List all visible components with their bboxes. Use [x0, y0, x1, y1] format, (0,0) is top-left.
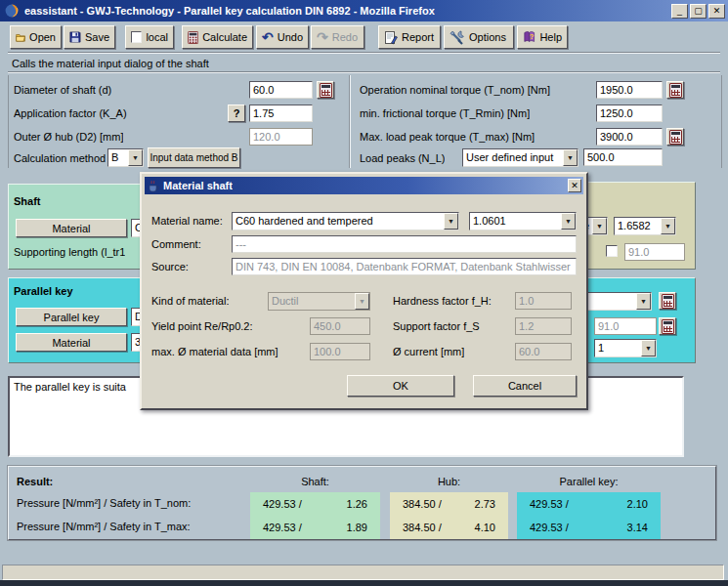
result-cell: 384.50 /4.10	[390, 516, 508, 539]
max-diameter-input: 100.0	[310, 343, 370, 360]
parallel-key-count-select[interactable]: 1 ▼	[594, 339, 657, 357]
options-button[interactable]: Options	[444, 25, 514, 49]
hub-material-number-select[interactable]: 1.6582 ▼	[614, 217, 676, 235]
dialog-close-button[interactable]: ✕	[568, 179, 581, 192]
hardness-factor-input: 1.0	[515, 292, 572, 310]
calculator-mini-icon	[669, 130, 682, 145]
toolbar-separator	[8, 52, 720, 54]
material-number-select[interactable]: 1.0601 ▼	[469, 212, 577, 230]
toolbar: Open Save local Calculate ↶ Undo ↷ Redo …	[0, 21, 728, 53]
ok-button[interactable]: OK	[347, 375, 454, 397]
load-peaks-label: Load peaks (N_L)	[360, 152, 445, 164]
diameter-calculator-button[interactable]	[317, 81, 334, 99]
chevron-down-icon[interactable]: ▼	[641, 340, 656, 356]
input-data-method-button[interactable]: Input data method B	[148, 147, 240, 168]
frictional-torque-input[interactable]: 1250.0	[596, 105, 663, 122]
save-floppy-icon	[69, 30, 81, 44]
calculator-mini-icon	[662, 319, 674, 334]
chevron-down-icon[interactable]: ▼	[561, 213, 576, 230]
report-button[interactable]: Report	[378, 25, 441, 49]
frictional-torque-label: min. frictional torque (T_Rmin) [Nm]	[360, 107, 530, 119]
chevron-down-icon[interactable]: ▼	[563, 149, 578, 166]
diameter-label: Diameter of shaft (d)	[14, 84, 111, 96]
result-row-label: Pressure [N/mm²] / Safety in T_nom:	[17, 497, 191, 509]
status-bar	[2, 565, 724, 580]
close-button[interactable]: ✕	[708, 4, 725, 19]
comment-label: Comment:	[151, 238, 201, 250]
peak-torque-input[interactable]: 3900.0	[596, 128, 663, 146]
help-button[interactable]: ? Help	[517, 25, 568, 49]
result-row-label: Pressure [N/mm²] / Safety in T_max:	[17, 521, 191, 532]
shaft-material-button[interactable]: Material	[16, 219, 127, 237]
chevron-down-icon: ▼	[355, 293, 369, 310]
maximize-button[interactable]: ▢	[690, 4, 707, 19]
firefox-icon	[5, 4, 19, 18]
parallel-key-calculator-button[interactable]	[659, 292, 676, 310]
chevron-down-icon[interactable]: ▼	[128, 149, 143, 166]
form-divider	[349, 75, 351, 168]
material-name-select[interactable]: C60 hardened and tempered ▼	[232, 212, 459, 230]
comment-input: ---	[232, 235, 577, 253]
result-cell: 429.53 /1.89	[250, 516, 380, 539]
application-factor-input[interactable]: 1.75	[249, 105, 313, 122]
result-col-parallel-key: Parallel key:	[517, 476, 661, 487]
result-panel: Result: Shaft: Hub: Parallel key: Pressu…	[8, 466, 716, 540]
open-folder-icon	[16, 31, 25, 44]
chevron-down-icon[interactable]: ▼	[636, 293, 651, 310]
dialog-title: Material shaft	[163, 180, 233, 191]
svg-text:?: ?	[530, 32, 535, 41]
open-button[interactable]: Open	[10, 25, 62, 49]
chevron-down-icon[interactable]: ▼	[592, 218, 607, 234]
nominal-torque-input[interactable]: 1950.0	[596, 81, 663, 99]
calculate-button[interactable]: Calculate	[182, 25, 253, 49]
result-col-shaft: Shaft:	[250, 476, 380, 487]
report-document-icon	[384, 30, 398, 45]
outer-hub-input: 120.0	[249, 128, 313, 146]
calculator-mini-icon	[662, 294, 674, 309]
undo-button[interactable]: ↶ Undo	[256, 25, 309, 49]
parallel-key-section-title: Parallel key	[14, 285, 73, 297]
minimize-button[interactable]: _	[671, 4, 688, 19]
local-checkbox-group[interactable]: local	[125, 25, 174, 49]
hub-value-input: 91.0	[624, 243, 685, 261]
parallel-key-length-input: 91.0	[594, 317, 657, 335]
chevron-down-icon[interactable]: ▼	[444, 213, 458, 230]
source-label: Source:	[151, 261, 189, 272]
result-col-hub: Hub:	[390, 476, 508, 487]
peak-torque-calculator-button[interactable]	[666, 128, 684, 146]
local-label: local	[146, 31, 168, 43]
yield-point-input: 450.0	[310, 317, 370, 335]
dialog-titlebar[interactable]: Material shaft	[145, 177, 583, 194]
application-factor-help-button[interactable]: ?	[228, 105, 245, 122]
calculation-method-select[interactable]: B ▼	[107, 148, 144, 167]
load-peaks-input[interactable]: 500.0	[583, 148, 663, 166]
undo-arrow-icon: ↶	[262, 31, 274, 43]
max-diameter-label: max. Ø material data [mm]	[151, 346, 278, 357]
options-tools-icon	[450, 30, 465, 45]
redo-button: ↷ Redo	[311, 25, 364, 49]
help-book-icon: ?	[523, 30, 535, 44]
window-bottom-edge	[0, 580, 728, 586]
local-checkbox[interactable]	[131, 31, 142, 43]
cancel-button[interactable]: Cancel	[473, 375, 577, 397]
parallel-key-length-calculator-button[interactable]	[659, 317, 676, 335]
result-cell: 429.53 /1.26	[250, 492, 380, 516]
parallel-key-material-button[interactable]: Material	[16, 333, 127, 352]
calculation-method-label: Calculation method	[14, 152, 106, 164]
chevron-down-icon[interactable]: ▼	[661, 218, 675, 234]
hub-checkbox[interactable]	[606, 245, 618, 257]
support-factor-input: 1.2	[515, 317, 572, 335]
load-peaks-select[interactable]: User defined input ▼	[462, 148, 578, 167]
kind-of-material-select: Ductil ▼	[268, 292, 370, 311]
parallel-key-button[interactable]: Parallel key	[16, 308, 127, 326]
calculator-icon	[188, 30, 198, 45]
nominal-torque-calculator-button[interactable]	[666, 81, 684, 99]
diameter-input[interactable]: 60.0	[249, 81, 313, 99]
yield-point-label: Yield point Re/Rp0.2:	[151, 320, 253, 332]
result-cell: 429.53 /2.10	[517, 492, 661, 516]
save-button[interactable]: Save	[64, 25, 115, 49]
application-factor-label: Application factor (K_A)	[14, 107, 127, 119]
java-cup-icon	[148, 180, 159, 192]
support-factor-label: Support factor f_S	[393, 320, 480, 332]
peak-torque-label: Max. load peak torque (T_max) [Nm]	[360, 131, 535, 143]
